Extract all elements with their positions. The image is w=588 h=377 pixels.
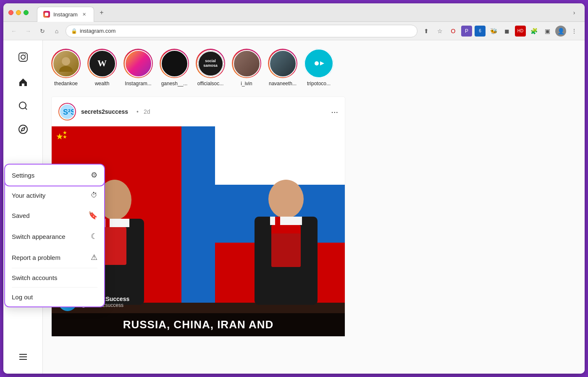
post-more-button[interactable]: ··· (331, 107, 338, 117)
bookmark-icon[interactable]: ☆ (434, 26, 445, 37)
story-username-wealth: wealth (95, 81, 110, 86)
close-button[interactable] (8, 10, 13, 15)
puzzle-icon[interactable]: 🧩 (528, 26, 539, 37)
ig-home-nav[interactable] (13, 72, 33, 92)
switch-appearance-menu-item[interactable]: Switch appearance ☾ (5, 226, 104, 247)
forward-button[interactable]: → (23, 26, 34, 37)
tab-title: Instagram (53, 11, 78, 18)
ig-explore-nav[interactable] (13, 119, 33, 139)
svg-point-2 (25, 55, 26, 55)
extension2-icon[interactable]: 🐝 (488, 26, 499, 37)
ig-hamburger-nav[interactable] (13, 347, 33, 367)
maximize-button[interactable] (24, 10, 29, 15)
story-avatar-iivin (232, 49, 261, 78)
post-header: S²S secrets2success • 2d ··· (52, 97, 345, 126)
minimize-button[interactable] (16, 10, 21, 15)
menu-icon[interactable]: ⋮ (569, 26, 580, 37)
story-item-tripoto[interactable]: tripotoco... (304, 49, 333, 86)
new-tab-button[interactable]: + (96, 7, 108, 18)
story-avatar-inner-iivin (233, 50, 260, 77)
svg-point-8 (315, 61, 319, 65)
story-avatar-inner-instagram (125, 50, 152, 77)
story-avatar-thedankoe (51, 49, 81, 78)
story-avatar-instagram (123, 49, 153, 78)
story-item-thedankoe[interactable]: thedankoe (51, 49, 81, 86)
traffic-lights (8, 10, 29, 15)
extension1-icon[interactable]: 6 (475, 26, 486, 37)
tab-list-button[interactable]: › (569, 7, 580, 18)
hd-icon[interactable]: HD (515, 26, 526, 37)
post-time: 2d (144, 108, 150, 115)
saved-menu-item[interactable]: Saved 🔖 (5, 205, 104, 226)
title-bar: Instagram ✕ + › (3, 3, 585, 22)
active-tab[interactable]: Instagram ✕ (37, 7, 94, 22)
user-avatar-icon[interactable]: 👤 (555, 26, 566, 37)
pocket-icon[interactable]: P (461, 26, 472, 37)
settings-label: Settings (12, 172, 34, 179)
split-icon[interactable]: ▣ (542, 26, 553, 37)
story-username-officialsoc: officialsoc... (197, 81, 223, 86)
tab-close-button[interactable]: ✕ (81, 11, 88, 18)
home-icon (18, 77, 28, 87)
story-item-ganesh[interactable]: ganesh__... (160, 49, 189, 86)
story-item-iivin[interactable]: i_ivin (232, 49, 261, 86)
social-samosa-logo: socialsamosa (198, 51, 223, 76)
switch-accounts-menu-item[interactable]: Switch accounts (5, 268, 104, 287)
svg-rect-15 (103, 227, 126, 265)
wealth-avatar-letter: W (97, 58, 107, 69)
log-out-label: Log out (12, 293, 33, 301)
log-out-menu-item[interactable]: Log out (5, 288, 104, 306)
story-item-officialsoc[interactable]: socialsamosa officialsoc... (196, 49, 225, 86)
story-username-iivin: i_ivin (241, 81, 252, 86)
post-username: secrets2success (81, 108, 128, 115)
blue-divider (181, 126, 215, 303)
instagram-favicon (43, 11, 50, 18)
secrets2success-avatar-svg: S²S (61, 105, 74, 118)
putin-svg (244, 179, 328, 305)
opera-icon[interactable]: O (448, 26, 459, 37)
story-item-instagram[interactable]: Instagram... (123, 49, 153, 86)
stories-row: thedankoe W wealth (43, 49, 585, 97)
share-icon[interactable]: ⬆ (421, 26, 432, 37)
story-avatar-inner-ganesh (161, 50, 188, 77)
extension3-icon[interactable]: ◼ (501, 26, 512, 37)
story-avatar-inner-officialsoc: socialsamosa (197, 50, 224, 77)
ig-main-feed[interactable]: thedankoe W wealth (43, 40, 585, 374)
story-item-wealth[interactable]: W wealth (87, 49, 117, 86)
report-problem-label: Report a problem (12, 254, 60, 261)
reload-button[interactable]: ↻ (37, 26, 48, 37)
post-avatar-inner: S²S (59, 104, 75, 120)
svg-text:S²S: S²S (63, 108, 74, 116)
tab-right-controls: › (569, 7, 580, 18)
settings-dropdown-menu: Settings ⚙ Your activity ⏱ Saved 🔖 Switc… (4, 164, 105, 307)
ig-logo[interactable] (13, 47, 33, 67)
story-item-navaneeth[interactable]: navaneeth... (268, 49, 297, 86)
back-button[interactable]: ← (8, 26, 19, 37)
svg-rect-21 (271, 233, 301, 267)
address-bar: ← → ↻ ⌂ 🔒 instagram.com ⬆ ☆ O P 6 🐝 ◼ HD… (3, 22, 585, 40)
home-button[interactable]: ⌂ (51, 26, 62, 37)
post-avatar: S²S (58, 103, 76, 120)
post-dot-separator: • (136, 108, 139, 115)
svg-rect-13 (105, 219, 110, 227)
url-text: instagram.com (80, 28, 116, 34)
your-activity-menu-item[interactable]: Your activity ⏱ (5, 186, 104, 205)
your-activity-label: Your activity (12, 192, 45, 199)
report-problem-menu-item[interactable]: Report a problem ⚠ (5, 247, 104, 268)
post-overlay-text: RUSSIA, CHINA, IRAN AND (52, 313, 345, 336)
story-avatar-wealth: W (87, 49, 117, 78)
instagram-favicon-svg (45, 12, 49, 16)
switch-appearance-label: Switch appearance (12, 233, 66, 240)
settings-menu-item[interactable]: Settings ⚙ (4, 164, 105, 186)
story-avatar-inner-tripoto (304, 49, 333, 78)
story-avatar-navaneeth (268, 49, 297, 78)
toolbar-icons: ⬆ ☆ O P 6 🐝 ◼ HD 🧩 ▣ 👤 ⋮ (421, 26, 580, 37)
story-avatar-ganesh (160, 49, 189, 78)
compass-icon (18, 124, 28, 134)
svg-point-3 (19, 102, 26, 109)
ss-text: socialsamosa (203, 59, 218, 68)
settings-icon: ⚙ (91, 170, 97, 180)
ig-search-nav[interactable] (13, 96, 33, 116)
activity-icon: ⏱ (91, 191, 97, 199)
address-input[interactable]: 🔒 instagram.com (66, 25, 417, 37)
